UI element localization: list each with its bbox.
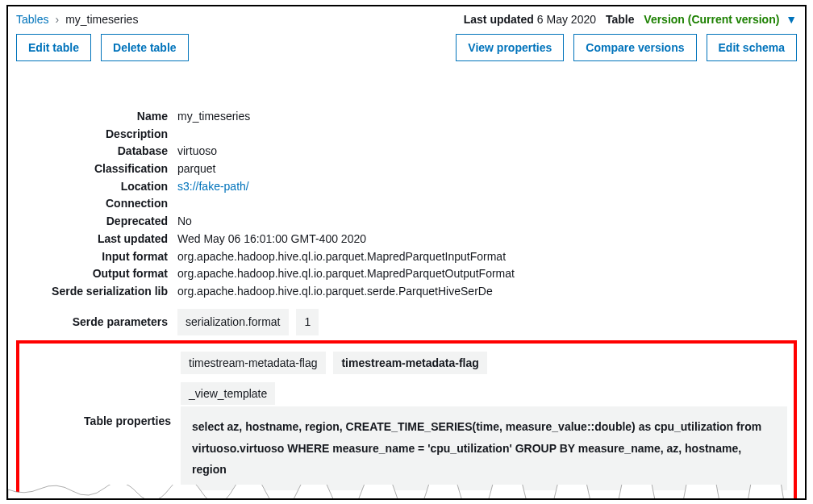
row-location: Location s3://fake-path/ xyxy=(16,178,797,196)
database-label: Database xyxy=(16,143,177,160)
last-updated-label: Last updated xyxy=(464,13,534,26)
torn-edge-icon xyxy=(8,485,807,499)
details-panel: Name my_timeseries Description Database … xyxy=(16,108,797,500)
table-props-label: Table properties xyxy=(26,414,181,427)
row-name: Name my_timeseries xyxy=(16,108,797,126)
breadcrumb: Tables › my_timeseries xyxy=(16,13,138,26)
delete-table-button[interactable]: Delete table xyxy=(101,34,189,61)
input-format-label: Input format xyxy=(16,248,177,266)
classification-value: parquet xyxy=(177,160,797,178)
compare-versions-button[interactable]: Compare versions xyxy=(573,34,696,61)
row-classification: Classification parquet xyxy=(16,160,797,178)
lastupdated-value: Wed May 06 16:01:00 GMT-400 2020 xyxy=(177,231,797,248)
serde-param-key: serialization.format xyxy=(177,309,289,336)
lastupdated-label: Last updated xyxy=(16,231,177,248)
breadcrumb-root[interactable]: Tables xyxy=(16,13,48,26)
row-output-format: Output format org.apache.hadoop.hive.ql.… xyxy=(16,265,797,283)
row-input-format: Input format org.apache.hadoop.hive.ql.i… xyxy=(16,248,797,266)
deprecated-label: Deprecated xyxy=(16,213,177,231)
topbar: Tables › my_timeseries Last updated 6 Ma… xyxy=(16,13,797,26)
serde-param-val: 1 xyxy=(296,309,319,336)
row-connection: Connection xyxy=(16,195,797,213)
edit-table-button[interactable]: Edit table xyxy=(16,34,91,61)
prop-flag-val: timestream-metadata-flag xyxy=(333,352,486,374)
row-serde-lib: Serde serialization lib org.apache.hadoo… xyxy=(16,283,797,301)
prop-view-template-value: select az, hostname, region, CREATE_TIME… xyxy=(181,406,787,490)
output-format-value: org.apache.hadoop.hive.ql.io.parquet.Map… xyxy=(177,265,797,283)
button-bar: Edit table Delete table View properties … xyxy=(16,34,797,61)
database-value: virtuoso xyxy=(177,143,797,160)
connection-label: Connection xyxy=(16,195,177,213)
prop-flag-key: timestream-metadata-flag xyxy=(181,352,326,374)
edit-schema-button[interactable]: Edit schema xyxy=(707,34,797,61)
table-label: Table xyxy=(606,13,635,26)
serde-lib-value: org.apache.hadoop.hive.ql.io.parquet.ser… xyxy=(177,283,797,301)
row-description: Description xyxy=(16,126,797,144)
version-dropdown[interactable]: Version (Current version) ▼ xyxy=(644,13,797,26)
row-deprecated: Deprecated No xyxy=(16,213,797,231)
description-label: Description xyxy=(16,126,177,144)
prop-view-template-key: _view_template xyxy=(181,382,275,405)
name-value: my_timeseries xyxy=(177,108,797,126)
last-updated-value: 6 May 2020 xyxy=(537,13,596,26)
row-last-updated: Last updated Wed May 06 16:01:00 GMT-400… xyxy=(16,231,797,248)
deprecated-value: No xyxy=(177,213,797,231)
version-label: Version (Current version) xyxy=(644,13,779,26)
breadcrumb-current: my_timeseries xyxy=(65,13,138,26)
output-format-label: Output format xyxy=(16,265,177,283)
serde-lib-label: Serde serialization lib xyxy=(16,283,177,301)
breadcrumb-separator-icon: › xyxy=(55,13,59,26)
serde-params-label: Serde parameters xyxy=(16,314,177,331)
classification-label: Classification xyxy=(16,160,177,178)
view-properties-button[interactable]: View properties xyxy=(456,34,564,61)
input-format-value: org.apache.hadoop.hive.ql.io.parquet.Map… xyxy=(177,248,797,266)
table-properties-highlight: Table properties timestream-metadata-fla… xyxy=(16,340,797,500)
meta-info: Last updated 6 May 2020 Table Version (C… xyxy=(464,13,797,26)
name-label: Name xyxy=(16,108,177,126)
location-link[interactable]: s3://fake-path/ xyxy=(177,180,249,193)
row-database: Database virtuoso xyxy=(16,143,797,160)
row-serde-params: Serde parameters serialization.format 1 xyxy=(16,309,797,336)
chevron-down-icon: ▼ xyxy=(786,13,797,26)
location-label: Location xyxy=(16,178,177,196)
